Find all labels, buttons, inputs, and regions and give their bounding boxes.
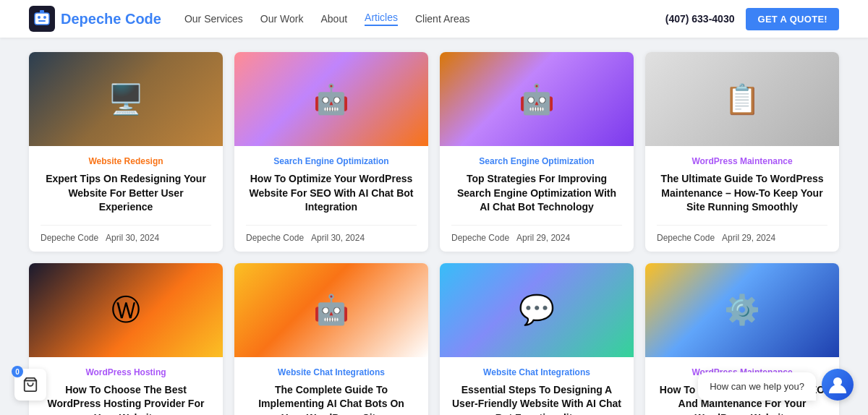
card-body: Website Chat Integrations The Complete G… xyxy=(234,357,428,415)
card-category: WordPress Maintenance xyxy=(657,156,827,166)
cart-badge: 0 xyxy=(12,366,23,377)
card-title: The Ultimate Guide To WordPress Maintena… xyxy=(657,172,827,215)
card-date: April 30, 2024 xyxy=(106,233,159,243)
article-card[interactable]: 🤖 Website Chat Integrations The Complete… xyxy=(234,263,428,415)
logo[interactable]: Depeche Code xyxy=(29,6,161,32)
chat-avatar-icon xyxy=(826,373,849,396)
card-title: Expert Tips On Redesigning Your Website … xyxy=(41,172,211,215)
card-image-icon: 🤖 xyxy=(313,293,349,327)
card-body: WordPress Hosting How To Choose The Best… xyxy=(29,357,223,415)
card-title: Top Strategies For Improving Search Engi… xyxy=(451,172,622,215)
cart-widget: 0 xyxy=(14,369,46,401)
card-image-icon: 🖥️ xyxy=(108,82,144,116)
card-author: Depeche Code xyxy=(451,233,509,243)
articles-row-1: 🖥️ Website Redesign Expert Tips On Redes… xyxy=(29,52,839,252)
site-header: Depeche Code Our Services Our Work About… xyxy=(0,0,868,38)
cart-icon xyxy=(22,377,38,393)
card-image: 💬 xyxy=(440,263,634,357)
card-image-icon: 📋 xyxy=(724,82,760,116)
card-body: Search Engine Optimization Top Strategie… xyxy=(440,146,634,252)
card-image-icon: ⚙️ xyxy=(724,293,760,327)
card-body: WordPress Maintenance The Ultimate Guide… xyxy=(645,146,839,252)
chat-widget: How can we help you? xyxy=(698,369,854,401)
card-body: Website Chat Integrations Essential Step… xyxy=(440,357,634,415)
nav-our-work[interactable]: Our Work xyxy=(260,13,304,25)
article-card[interactable]: 🤖 Search Engine Optimization Top Strateg… xyxy=(440,52,634,252)
card-image: Ⓦ xyxy=(29,263,223,357)
card-title: The Complete Guide To Implementing AI Ch… xyxy=(246,383,417,415)
chat-avatar[interactable] xyxy=(822,369,854,401)
card-category: WordPress Hosting xyxy=(41,367,211,377)
svg-point-2 xyxy=(38,16,41,19)
card-category: Website Redesign xyxy=(41,156,211,166)
card-category: Search Engine Optimization xyxy=(246,156,417,166)
card-date: April 30, 2024 xyxy=(311,233,365,243)
svg-rect-4 xyxy=(38,20,46,22)
card-title: How To Optimize Your WordPress Website F… xyxy=(246,172,417,215)
nav-about[interactable]: About xyxy=(321,13,348,25)
card-title: Essential Steps To Designing A User-Frie… xyxy=(451,383,622,415)
article-card[interactable]: Ⓦ WordPress Hosting How To Choose The Be… xyxy=(29,263,223,415)
svg-rect-5 xyxy=(40,10,44,13)
card-image-icon: 🤖 xyxy=(519,82,555,116)
article-card[interactable]: 💬 Website Chat Integrations Essential St… xyxy=(440,263,634,415)
get-quote-button[interactable]: GET A QUOTE! xyxy=(746,8,839,30)
chat-bubble: How can we help you? xyxy=(698,372,816,401)
logo-icon xyxy=(29,6,55,32)
card-image-icon: Ⓦ xyxy=(111,290,140,330)
card-image: 🤖 xyxy=(234,263,428,357)
card-footer: Depeche Code April 30, 2024 xyxy=(246,225,417,243)
nav-articles[interactable]: Articles xyxy=(365,12,398,26)
card-category: Website Chat Integrations xyxy=(451,367,622,377)
card-footer: Depeche Code April 29, 2024 xyxy=(657,225,827,243)
card-footer: Depeche Code April 29, 2024 xyxy=(451,225,622,243)
card-author: Depeche Code xyxy=(41,233,98,243)
main-content: 🖥️ Website Redesign Expert Tips On Redes… xyxy=(0,38,868,415)
card-image-icon: 💬 xyxy=(519,293,555,327)
card-date: April 29, 2024 xyxy=(516,233,570,243)
card-date: April 29, 2024 xyxy=(722,233,775,243)
article-card[interactable]: 🖥️ Website Redesign Expert Tips On Redes… xyxy=(29,52,223,252)
card-category: Website Chat Integrations xyxy=(246,367,417,377)
cart-button[interactable]: 0 xyxy=(14,369,46,401)
card-title: How To Choose The Best WordPress Hosting… xyxy=(41,383,211,415)
card-category: Search Engine Optimization xyxy=(451,156,622,166)
card-body: Search Engine Optimization How To Optimi… xyxy=(234,146,428,252)
card-image: 🤖 xyxy=(440,52,634,146)
article-card[interactable]: 📋 WordPress Maintenance The Ultimate Gui… xyxy=(645,52,839,252)
card-footer: Depeche Code April 30, 2024 xyxy=(41,225,211,243)
article-card[interactable]: 🤖 Search Engine Optimization How To Opti… xyxy=(234,52,428,252)
main-nav: Our Services Our Work About Articles Cli… xyxy=(184,12,665,26)
card-image: 🖥️ xyxy=(29,52,223,146)
nav-client-areas[interactable]: Client Areas xyxy=(415,13,469,25)
card-image-icon: 🤖 xyxy=(313,82,349,116)
card-image: 📋 xyxy=(645,52,839,146)
card-body: Website Redesign Expert Tips On Redesign… xyxy=(29,146,223,252)
card-image: ⚙️ xyxy=(645,263,839,357)
svg-point-3 xyxy=(43,16,46,19)
logo-text: Depeche Code xyxy=(61,11,161,27)
card-author: Depeche Code xyxy=(246,233,304,243)
svg-rect-1 xyxy=(35,13,49,25)
card-author: Depeche Code xyxy=(657,233,715,243)
card-image: 🤖 xyxy=(234,52,428,146)
phone-number: (407) 633-4030 xyxy=(665,13,735,25)
nav-our-services[interactable]: Our Services xyxy=(184,13,243,25)
